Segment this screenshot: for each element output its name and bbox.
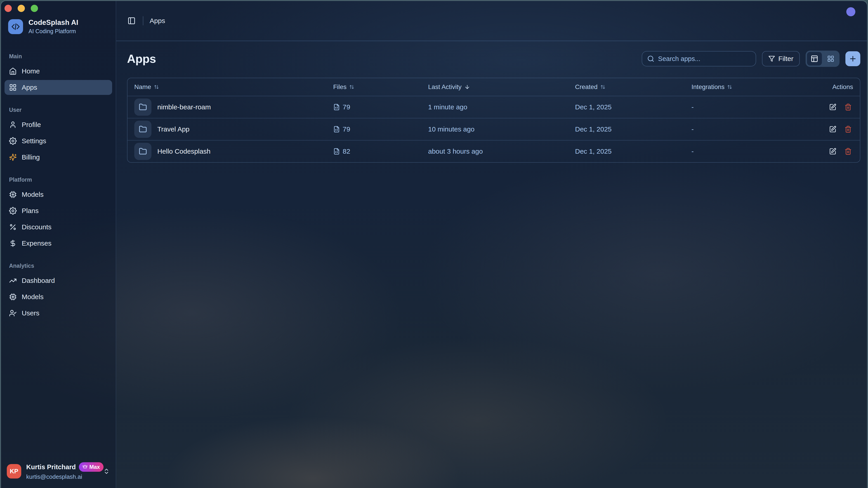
panel-left-icon: [127, 17, 135, 25]
column-header-files[interactable]: Files: [333, 84, 428, 91]
trending-up-icon: [9, 277, 17, 285]
edit-app-button[interactable]: [829, 126, 836, 133]
trash-icon: [844, 126, 852, 133]
table-row[interactable]: Hello Codesplash 82 about 3 hours ago De…: [127, 140, 860, 162]
delete-app-button[interactable]: [844, 126, 852, 133]
apps-grid-icon: [9, 84, 17, 91]
avatar: KP: [7, 464, 21, 479]
app-name: Travel App: [157, 125, 189, 133]
sidebar-item-users[interactable]: Users: [4, 306, 112, 321]
search-box: [642, 51, 756, 66]
edit-app-button[interactable]: [829, 103, 836, 111]
brand: CodeSplash AI AI Coding Platform: [1, 19, 116, 35]
app-name-cell: nimble-bear-roam: [134, 98, 333, 116]
app-name: nimble-bear-roam: [157, 103, 211, 111]
user-icon: [9, 121, 17, 129]
actions-cell: [808, 103, 853, 111]
column-label: Created: [575, 84, 598, 91]
delete-app-button[interactable]: [844, 103, 852, 111]
percent-icon: [9, 223, 17, 231]
column-header-last-activity[interactable]: Last Activity: [428, 84, 575, 91]
sidebar-item-discounts[interactable]: Discounts: [4, 220, 112, 234]
page-title: Apps: [127, 52, 156, 66]
header-controls: Filter: [642, 51, 860, 67]
sidebar-item-label: Models: [22, 293, 43, 301]
sidebar-item-models-analytics[interactable]: Models: [4, 289, 112, 304]
plan-label: Max: [89, 464, 100, 470]
file-code-icon: [333, 148, 340, 155]
user-name: Kurtis Pritchard: [26, 463, 76, 471]
files-cell: 79: [333, 125, 428, 133]
table-view-button[interactable]: [807, 52, 822, 66]
sidebar-item-billing[interactable]: Billing: [4, 150, 112, 165]
integrations-cell: -: [691, 148, 808, 155]
cpu-icon: [9, 293, 17, 301]
sidebar-item-label: Dashboard: [22, 277, 55, 285]
last-activity-cell: about 3 hours ago: [428, 148, 575, 155]
table-row[interactable]: Travel App 79 10 minutes ago Dec 1, 2025…: [127, 118, 860, 140]
files-count: 79: [343, 125, 350, 133]
actions-cell: [808, 148, 853, 155]
sidebar-item-home[interactable]: Home: [4, 64, 112, 78]
sort-up-down-icon: [600, 85, 605, 90]
section-label-platform: Platform: [9, 176, 107, 183]
plan-badge: Max: [79, 462, 103, 472]
actions-cell: [808, 126, 853, 133]
apps-table: Name Files Last Activity Created: [127, 78, 860, 163]
app-name: Hello Codesplash: [157, 148, 211, 155]
folder-icon: [134, 98, 151, 116]
filter-button[interactable]: Filter: [762, 51, 800, 66]
edit-app-button[interactable]: [829, 148, 836, 155]
sort-desc-icon: [464, 84, 470, 90]
column-header-created[interactable]: Created: [575, 84, 691, 91]
sidebar-toggle-button[interactable]: [127, 16, 136, 25]
sidebar-item-expenses[interactable]: Expenses: [4, 236, 112, 251]
column-header-integrations[interactable]: Integrations: [691, 84, 808, 91]
minimize-window-button[interactable]: [18, 5, 25, 12]
funnel-icon: [768, 55, 775, 62]
column-header-actions: Actions: [808, 84, 853, 91]
dollar-icon: [9, 239, 17, 247]
user-menu[interactable]: KP Kurtis Pritchard Max kurtis@codesplas…: [1, 456, 116, 488]
cpu-icon: [9, 191, 17, 198]
add-app-button[interactable]: [845, 51, 860, 66]
sort-up-down-icon: [154, 85, 159, 90]
folder-icon: [134, 121, 151, 138]
sidebar-item-label: Plans: [22, 207, 39, 215]
sidebar-item-apps[interactable]: Apps: [4, 80, 112, 95]
sidebar-item-profile[interactable]: Profile: [4, 117, 112, 132]
sidebar-item-label: Discounts: [22, 223, 52, 231]
files-count: 79: [343, 103, 350, 111]
sidebar-item-settings[interactable]: Settings: [4, 133, 112, 149]
folder-icon: [134, 143, 151, 160]
user-email: kurtis@codesplash.ai: [26, 473, 98, 480]
edit-pencil-icon: [829, 103, 836, 111]
files-cell: 82: [333, 148, 428, 155]
maximize-window-button[interactable]: [31, 5, 38, 12]
sidebar-item-plans[interactable]: Plans: [4, 203, 112, 218]
trash-icon: [844, 148, 852, 155]
sort-up-down-icon: [349, 85, 354, 90]
delete-app-button[interactable]: [844, 148, 852, 155]
section-label-analytics: Analytics: [9, 263, 107, 269]
app-tagline: AI Coding Platform: [29, 28, 78, 35]
user-check-icon: [9, 309, 17, 317]
sidebar-item-label: Models: [22, 191, 43, 198]
sidebar-item-models-platform[interactable]: Models: [4, 187, 112, 202]
integrations-cell: -: [691, 103, 808, 111]
search-input[interactable]: [658, 55, 751, 63]
grid-view-icon: [827, 55, 834, 62]
table-row[interactable]: nimble-bear-roam 79 1 minute ago Dec 1, …: [127, 96, 860, 118]
sidebar-item-dashboard[interactable]: Dashboard: [4, 273, 112, 288]
settings-gear-icon: [9, 137, 17, 145]
grid-view-button[interactable]: [823, 52, 838, 66]
column-header-name[interactable]: Name: [134, 84, 333, 91]
table-header: Name Files Last Activity Created: [127, 78, 860, 96]
window-controls: [4, 5, 38, 12]
section-label-user: User: [9, 107, 107, 113]
created-cell: Dec 1, 2025: [575, 148, 691, 155]
close-window-button[interactable]: [4, 5, 12, 12]
created-cell: Dec 1, 2025: [575, 125, 691, 133]
created-cell: Dec 1, 2025: [575, 103, 691, 111]
main-area: Apps Apps Filter: [116, 1, 867, 488]
